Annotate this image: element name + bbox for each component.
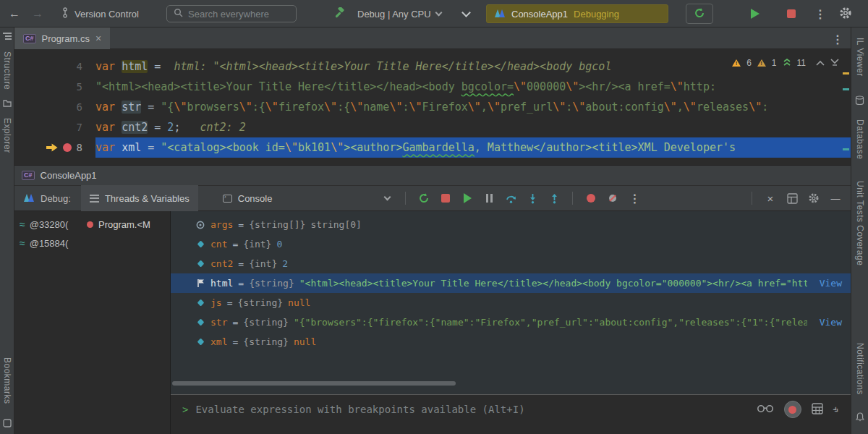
code-segment: "<catalog><book id=\"bk101\"><author> [161,141,402,154]
run-button[interactable] [751,0,760,27]
rerun-debug-button[interactable] [414,189,433,208]
variable-row[interactable]: js={string}null [171,293,851,312]
debug-settings-button[interactable] [804,189,823,208]
structure-icon [3,32,12,43]
variable-name: js [210,297,222,308]
code-line-text[interactable]: var str = "{\"browsers\":{\"firefox\":{\… [95,97,851,117]
toolwindow-explorer[interactable]: Explorer [2,118,12,153]
run-config-project: ConsoleApp1 [511,9,568,20]
stop-button[interactable] [787,0,796,27]
variable-type: {int} [243,239,271,250]
threads-pane[interactable]: ≈@33280(≈@15884( Program.<M [14,211,171,434]
toolwindow-structure[interactable]: Structure [2,51,12,90]
step-out-button[interactable] [545,189,563,208]
pause-button[interactable] [480,189,498,208]
thread-row[interactable]: ≈@33280( [14,215,84,234]
inspections-widget[interactable]: 6 1 11 [728,55,843,71]
step-into-button[interactable] [523,189,542,208]
variables-pane[interactable]: args={string[]}string[0]cnt={int}0cnt2={… [171,211,851,394]
close-debug-button[interactable]: × [761,189,780,208]
warning-icon [732,59,741,67]
view-breakpoints-button[interactable] [582,189,600,208]
close-tab-icon[interactable]: × [95,33,101,44]
resume-button[interactable] [458,189,477,208]
tab-console[interactable]: Console [214,185,281,211]
debug-more-kebab-icon[interactable]: ⋮ [625,189,644,208]
prev-highlight-icon[interactable] [816,58,825,68]
calculator-icon[interactable] [812,403,823,417]
vcs-widget[interactable]: Version Control [61,0,139,27]
variable-row[interactable]: cnt={int}0 [171,234,851,254]
forward-button[interactable]: → [32,0,43,27]
watch-glasses-icon[interactable] [757,404,774,415]
build-button[interactable] [334,0,346,27]
view-link[interactable]: View [812,317,842,328]
rerun-icon [694,7,705,21]
rerun-button[interactable] [686,4,713,24]
code-editor[interactable]: 4var html = html: "<html><head><title>Yo… [14,49,851,165]
collapse-icon[interactable]: » [830,403,842,415]
solution-config-selector[interactable]: Debug | Any CPU [357,0,441,27]
threads-icon [90,195,99,203]
evaluate-placeholder: Evaluate expression with breakpoints ava… [195,404,524,434]
toolwindow-notifications[interactable]: Notifications [855,343,865,395]
variable-value: 0 [276,239,282,250]
run-config-running[interactable]: ConsoleApp1 Debugging [486,4,668,23]
mute-breakpoints-button[interactable] [603,189,622,208]
more-actions-button[interactable]: ⋮ [814,0,826,27]
minimize-icon: — [831,193,841,204]
csharp-file-icon: C# [23,34,36,43]
horizontal-scrollbar[interactable] [172,381,456,386]
view-link[interactable]: View [812,278,842,289]
code-segment: cnt2 [122,121,148,134]
variable-row[interactable]: html={string}"<html><head><title>Your Ti… [171,273,851,293]
toolwindow-database[interactable]: Database [855,119,865,159]
tab-threads-variables[interactable]: Threads & Variables [81,185,198,211]
escape-sequence: \" [265,101,278,114]
toolwindow-il-viewer[interactable]: IL Viewer [855,38,865,77]
editor-gutter[interactable]: 4 [14,56,95,77]
code-segment: var [95,141,122,154]
run-config-dropdown[interactable] [463,0,469,27]
next-highlight-icon[interactable] [830,58,839,68]
variable-name: cnt2 [210,258,233,269]
equals-sign: = [232,336,238,347]
settings-button[interactable] [839,0,852,27]
variable-row[interactable]: str={string}"{"browsers":{"firefox":{"na… [171,312,851,332]
layout-dropdown-button[interactable] [378,189,396,208]
minimize-button[interactable]: — [826,189,845,208]
variable-name: html [210,278,233,289]
editor-gutter[interactable]: 5 [14,77,95,97]
debug-window-header[interactable]: C# ConsoleApp1 [14,165,851,185]
stop-debug-button[interactable] [436,189,455,208]
toolwindow-bookmarks[interactable]: Bookmarks [2,357,12,404]
thread-row[interactable]: ≈@15884( [14,234,84,252]
evaluate-expression-bar[interactable]: > Evaluate expression with breakpoints a… [171,394,851,434]
editor-gutter[interactable]: 7 [14,117,95,137]
tab-options-kebab-icon[interactable]: ⋮ [832,33,843,46]
tab-program-cs[interactable]: C# Program.cs × [14,27,110,49]
layout-settings-button[interactable] [783,189,801,208]
variable-row[interactable]: args={string[]}string[0] [171,215,851,234]
editor-gutter[interactable]: 8 [14,137,95,158]
breakpoint-icon[interactable] [63,143,72,152]
tab-label: Program.cs [42,33,90,44]
code-line-text[interactable]: var cnt2 = 2; cnt2: 2 [95,117,851,137]
breakpoint-toggle-button[interactable] [784,401,801,418]
stack-frame-row[interactable]: Program.<M [87,215,150,234]
toolwindow-unit-tests-coverage[interactable]: Unit Tests Coverage [855,181,865,265]
step-over-button[interactable] [501,189,520,208]
variable-row[interactable]: xml={string}null [171,332,851,352]
paused-frame-icon [87,221,93,228]
frame-label: Program.<M [98,219,150,230]
separator [752,192,752,205]
back-button[interactable]: ← [9,0,20,27]
thread-id: @15884( [30,238,69,249]
search-everywhere[interactable]: Search everywhere [166,5,297,22]
resume-icon [464,193,472,203]
variable-row[interactable]: cnt2={int}2 [171,254,851,273]
editor-gutter[interactable]: 6 [14,97,95,117]
code-segment: = [141,101,161,114]
code-line-text[interactable]: var xml = "<catalog><book id=\"bk101\"><… [95,137,851,158]
code-line-text[interactable]: "<html><head><title>Your Title Here</tit… [95,77,851,97]
